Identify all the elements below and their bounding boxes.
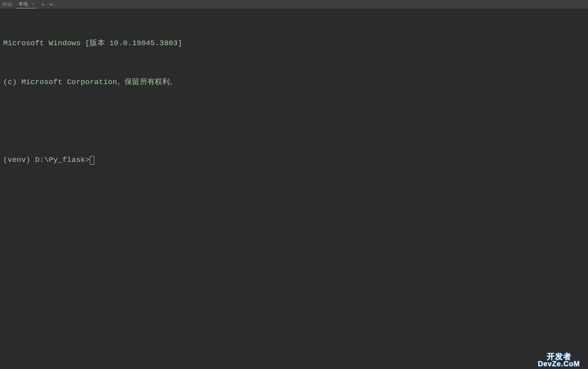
add-tab-button[interactable]: +	[40, 1, 46, 7]
terminal-tab-name: 本地	[18, 1, 28, 7]
terminal-prompt-line: (venv) D:\Py_flask>	[3, 154, 585, 167]
terminal-line: Microsoft Windows [版本 10.0.19045.3803]	[3, 37, 585, 50]
watermark: 开发者 DevZe.CoM	[530, 351, 588, 369]
terminal-tab-local[interactable]: 本地 ×	[16, 0, 37, 9]
terminal-tab-bar: 终端: 本地 × +	[0, 0, 588, 9]
watermark-top: 开发者	[547, 352, 572, 360]
terminal-line: (c) Microsoft Corporation。保留所有权利。	[3, 76, 585, 89]
terminal-blank-line	[3, 115, 585, 128]
chevron-down-icon[interactable]	[48, 2, 54, 6]
terminal-panel-label: 终端:	[2, 1, 13, 8]
terminal-cursor	[90, 156, 94, 165]
watermark-bottom: DevZe.CoM	[538, 360, 580, 367]
terminal-output[interactable]: Microsoft Windows [版本 10.0.19045.3803] (…	[0, 9, 588, 182]
terminal-prompt: (venv) D:\Py_flask>	[3, 154, 90, 167]
close-icon[interactable]: ×	[30, 2, 35, 6]
